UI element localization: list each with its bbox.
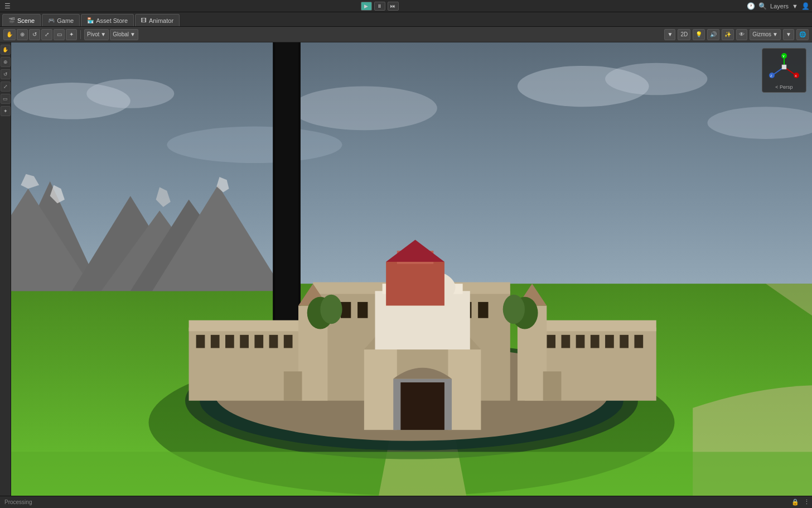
gizmos-button[interactable]: Gizmos ▼ xyxy=(750,29,781,40)
effects-button[interactable]: ✨ xyxy=(722,29,734,40)
pivot-dropdown-icon: ▼ xyxy=(100,31,106,37)
svg-text:Z: Z xyxy=(770,74,772,78)
svg-rect-55 xyxy=(478,302,488,318)
globe-button[interactable]: 🌐 xyxy=(796,29,809,40)
transform-tools: ✋ ⊕ ↺ ⤢ ▭ ✦ xyxy=(3,29,77,40)
svg-rect-45 xyxy=(634,335,643,348)
rotate-tool-button[interactable]: ↺ xyxy=(29,29,40,40)
custom-tool[interactable]: ✦ xyxy=(1,106,11,116)
move-tool-button[interactable]: ⊕ xyxy=(17,29,28,40)
bottom-lock-icon[interactable]: 🔒 xyxy=(791,499,804,506)
svg-point-5 xyxy=(291,87,437,131)
processing-label: Processing xyxy=(0,499,36,505)
transform-tool-button[interactable]: ✦ xyxy=(66,29,77,40)
audio-button[interactable]: 🔊 xyxy=(707,29,719,40)
render-mode-button[interactable]: ▼ xyxy=(664,29,675,40)
history-icon[interactable]: 🕐 xyxy=(747,2,755,10)
hand-tool[interactable]: ✋ xyxy=(1,45,11,55)
svg-rect-32 xyxy=(254,335,263,348)
svg-rect-65 xyxy=(400,382,444,430)
lighting-button[interactable]: 💡 xyxy=(693,29,705,40)
svg-point-2 xyxy=(86,79,174,108)
asset-store-tab-icon: 🏪 xyxy=(87,17,94,23)
search-icon[interactable]: 🔍 xyxy=(758,2,767,10)
svg-rect-78 xyxy=(11,452,812,496)
2d-label: 2D xyxy=(680,31,688,37)
top-bar-left: ☰ xyxy=(2,1,12,11)
svg-text:X: X xyxy=(795,74,797,78)
next-button[interactable]: ⏭ xyxy=(388,2,399,11)
left-tools: ✋ ⊕ ↺ ⤢ ▭ ✦ xyxy=(0,42,11,496)
scale-tool-button[interactable]: ⤢ xyxy=(41,29,52,40)
render-dropdown-icon: ▼ xyxy=(667,31,673,37)
tab-animator[interactable]: 🎞 Animator xyxy=(135,14,180,26)
main-area: ✋ ⊕ ↺ ⤢ ▭ ✦ xyxy=(0,42,812,496)
animator-tab-label: Animator xyxy=(149,17,173,24)
svg-rect-76 xyxy=(284,371,302,400)
gizmo-svg: Y X Z xyxy=(767,51,801,82)
tab-game[interactable]: 🎮 Game xyxy=(42,14,80,26)
play-button[interactable]: ▶ xyxy=(361,2,372,11)
svg-rect-88 xyxy=(782,65,786,69)
layers-scene-button[interactable]: ▼ xyxy=(783,29,794,40)
scene-tab-label: Scene xyxy=(17,17,35,24)
pivot-tools: Pivot ▼ Global ▼ xyxy=(84,29,138,40)
svg-rect-33 xyxy=(269,335,278,348)
gizmos-dropdown-icon: ▼ xyxy=(772,31,778,37)
account-icon[interactable]: 👤 xyxy=(801,2,810,10)
rotate-tool[interactable]: ↺ xyxy=(1,69,11,79)
tabs-bar: 🎬 Scene 🎮 Game 🏪 Asset Store 🎞 Animator xyxy=(0,12,812,27)
rect-tool[interactable]: ▭ xyxy=(1,94,11,104)
menu-icon[interactable]: ☰ xyxy=(2,1,12,11)
top-bar-right: 🕐 🔍 Layers ▼ 👤 xyxy=(747,2,810,10)
game-tab-icon: 🎮 xyxy=(48,17,55,23)
pivot-label: Pivot xyxy=(87,31,99,37)
move-tool[interactable]: ⊕ xyxy=(1,57,11,67)
toolbar-right: ▼ 2D 💡 🔊 ✨ 👁 Gizmos ▼ ▼ 🌐 xyxy=(664,29,809,40)
rect-tool-button[interactable]: ▭ xyxy=(54,29,65,40)
2d-mode-button[interactable]: 2D xyxy=(678,29,690,40)
svg-rect-28 xyxy=(196,335,205,348)
global-label: Global xyxy=(113,31,129,37)
hand-tool-button[interactable]: ✋ xyxy=(3,29,16,40)
svg-rect-22 xyxy=(275,42,298,335)
tab-asset-store[interactable]: 🏪 Asset Store xyxy=(81,14,134,26)
svg-rect-44 xyxy=(620,335,629,348)
svg-point-4 xyxy=(605,63,707,95)
layers-label: Layers xyxy=(770,3,789,9)
tab-scene[interactable]: 🎬 Scene xyxy=(2,14,41,26)
svg-point-70 xyxy=(320,295,342,324)
bottom-options-icon[interactable]: ⋮ xyxy=(804,499,812,506)
svg-point-7 xyxy=(167,127,342,163)
svg-rect-50 xyxy=(357,302,368,318)
scale-tool[interactable]: ⤢ xyxy=(1,82,11,92)
gizmos-label: Gizmos xyxy=(752,31,771,37)
animator-tab-icon: 🎞 xyxy=(141,17,147,23)
global-dropdown-icon: ▼ xyxy=(130,31,136,37)
svg-rect-31 xyxy=(240,335,249,348)
svg-rect-41 xyxy=(576,335,585,348)
scene-toolbar: ✋ ⊕ ↺ ⤢ ▭ ✦ Pivot ▼ Global ▼ ▼ 2D 💡 🔊 ✨ … xyxy=(0,27,812,42)
svg-rect-40 xyxy=(561,335,570,348)
global-toggle-button[interactable]: Global ▼ xyxy=(110,29,138,40)
hidden-button[interactable]: 👁 xyxy=(736,29,747,40)
toolbar-sep-1 xyxy=(80,30,81,39)
top-bar: ☰ ▶ ⏸ ⏭ 🕐 🔍 Layers ▼ 👤 xyxy=(0,0,812,12)
gizmo-label: < Persp xyxy=(775,84,792,90)
svg-rect-62 xyxy=(448,349,481,430)
svg-rect-30 xyxy=(225,335,234,348)
pivot-toggle-button[interactable]: Pivot ▼ xyxy=(84,29,109,40)
svg-rect-34 xyxy=(284,335,293,348)
asset-store-tab-label: Asset Store xyxy=(96,17,128,24)
layers-scene-dropdown-icon: ▼ xyxy=(786,31,791,37)
gizmo-widget[interactable]: Y X Z < Persp xyxy=(762,48,806,93)
scene-view[interactable]: Y X Z < Persp xyxy=(11,42,812,496)
svg-text:Y: Y xyxy=(782,55,785,58)
svg-rect-29 xyxy=(211,335,220,348)
pause-button[interactable]: ⏸ xyxy=(374,2,385,11)
layers-dropdown-icon[interactable]: ▼ xyxy=(792,3,798,9)
scene-svg xyxy=(11,42,812,496)
svg-point-72 xyxy=(503,295,525,324)
game-tab-label: Game xyxy=(57,17,74,24)
svg-rect-60 xyxy=(364,349,397,430)
